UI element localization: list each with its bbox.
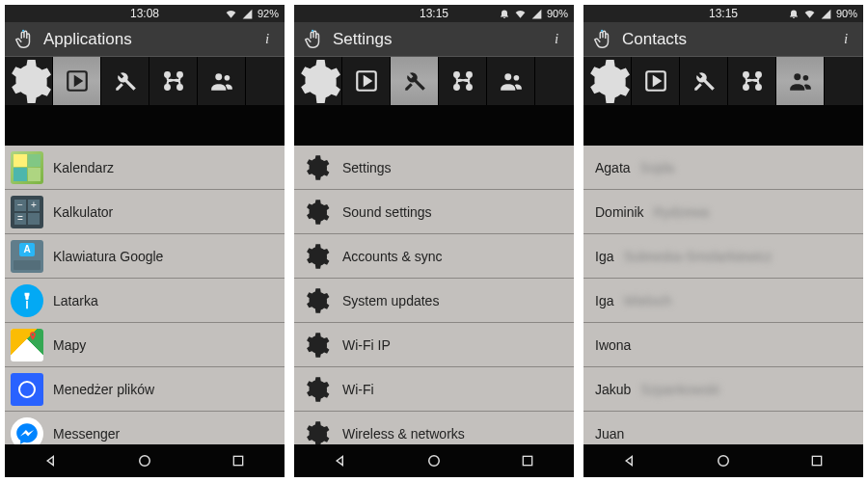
maps-icon bbox=[11, 329, 43, 362]
gear-icon bbox=[300, 373, 333, 406]
contact-name: Agata bbox=[595, 160, 631, 175]
list-item-label: Wi-Fi IP bbox=[342, 337, 391, 353]
list-item-label: Mapy bbox=[53, 337, 86, 353]
tab-settings-cog[interactable] bbox=[583, 57, 632, 105]
tab-connections[interactable] bbox=[728, 57, 776, 105]
signal-icon bbox=[241, 8, 254, 20]
list-item[interactable]: AgataSojda bbox=[583, 146, 863, 190]
gear-icon bbox=[300, 196, 333, 228]
list[interactable]: Kalendarz−+=KalkulatorAKlawiatura Google… bbox=[5, 146, 285, 444]
screen-applications: 13:0892%ApplicationsiKalendarz−+=Kalkula… bbox=[5, 5, 285, 477]
list-item-label: Kalendarz bbox=[53, 160, 114, 175]
tab-contacts[interactable] bbox=[487, 57, 535, 105]
title-bar: Applicationsi bbox=[5, 22, 285, 57]
list-item[interactable]: Juan bbox=[583, 412, 863, 444]
list-item[interactable]: Kalendarz bbox=[5, 146, 285, 190]
title-bar: Settingsi bbox=[294, 22, 574, 57]
tab-contacts[interactable] bbox=[776, 57, 825, 105]
svg-point-13 bbox=[467, 72, 472, 77]
list-item[interactable]: Iwona bbox=[583, 323, 863, 367]
tab-settings-cog[interactable] bbox=[5, 57, 53, 105]
app-logo-icon[interactable] bbox=[591, 28, 614, 51]
svg-point-16 bbox=[504, 73, 511, 80]
recent-button[interactable] bbox=[788, 446, 846, 475]
status-time: 13:15 bbox=[420, 7, 448, 20]
tab-settings-cog[interactable] bbox=[294, 57, 342, 105]
tab-tools[interactable] bbox=[101, 57, 149, 105]
list-item[interactable]: Wi-Fi IP bbox=[294, 323, 574, 367]
battery-text: 90% bbox=[836, 8, 857, 19]
list-item-label: Wireless & networks bbox=[342, 426, 465, 442]
list-item[interactable]: Accounts & sync bbox=[294, 234, 574, 279]
info-icon[interactable]: i bbox=[547, 30, 566, 49]
list-item-label: Settings bbox=[342, 160, 392, 175]
back-button[interactable] bbox=[312, 446, 369, 475]
tab-media[interactable] bbox=[632, 57, 680, 105]
page-title: Applications bbox=[43, 30, 250, 49]
list-item[interactable]: Settings bbox=[294, 146, 574, 190]
list-item[interactable]: IgaSulewska-Smolarkiewicz bbox=[583, 234, 863, 279]
list-item-label: Latarka bbox=[53, 293, 98, 308]
list-item[interactable]: Wi-Fi bbox=[294, 367, 574, 412]
list-item[interactable]: −+=Kalkulator bbox=[5, 190, 285, 234]
calendar-icon bbox=[11, 151, 43, 184]
list-item[interactable]: System updates bbox=[294, 279, 574, 323]
wifi-icon bbox=[514, 8, 527, 20]
files-icon bbox=[11, 373, 43, 406]
list-item-label: Menedżer plików bbox=[53, 382, 154, 397]
svg-point-22 bbox=[744, 72, 748, 77]
list-item[interactable]: Mapy bbox=[5, 323, 285, 367]
home-button[interactable] bbox=[694, 446, 752, 475]
svg-rect-9 bbox=[233, 456, 242, 465]
home-button[interactable] bbox=[116, 446, 174, 475]
tab-connections[interactable] bbox=[149, 57, 198, 105]
list-item[interactable]: Menedżer plików bbox=[5, 367, 285, 412]
list-item[interactable]: Messenger bbox=[5, 412, 285, 444]
list-item[interactable]: AKlawiatura Google bbox=[5, 234, 285, 279]
spacer bbox=[5, 105, 285, 146]
keyboard-icon: A bbox=[11, 240, 43, 273]
contact-surname: Szpankowski bbox=[640, 382, 719, 397]
wifi-icon bbox=[803, 8, 816, 20]
nav-bar bbox=[294, 444, 574, 477]
calc-icon: −+= bbox=[11, 196, 43, 228]
tab-connections[interactable] bbox=[439, 57, 487, 105]
list-item-label: Wi-Fi bbox=[342, 382, 374, 397]
info-icon[interactable]: i bbox=[836, 30, 855, 49]
tab-media[interactable] bbox=[53, 57, 101, 105]
list-item[interactable]: Sound settings bbox=[294, 190, 574, 234]
recent-button[interactable] bbox=[499, 446, 556, 475]
list-item[interactable]: DominikRydzewa bbox=[583, 190, 863, 234]
contact-surname: Rydzewa bbox=[654, 204, 710, 220]
back-button[interactable] bbox=[601, 446, 659, 475]
tab-media[interactable] bbox=[342, 57, 391, 105]
recent-button[interactable] bbox=[209, 446, 267, 475]
contact-name: Juan bbox=[595, 426, 624, 442]
list-item[interactable]: Wireless & networks bbox=[294, 412, 574, 444]
info-icon[interactable]: i bbox=[258, 30, 277, 49]
tab-contacts[interactable] bbox=[198, 57, 246, 105]
app-logo-icon[interactable] bbox=[13, 28, 36, 51]
list-item[interactable]: IgaWieloch bbox=[583, 279, 863, 323]
gear-icon bbox=[300, 240, 333, 273]
contact-name: Dominik bbox=[595, 204, 644, 220]
gear-icon bbox=[300, 417, 333, 445]
app-logo-icon[interactable] bbox=[302, 28, 325, 51]
list[interactable]: AgataSojdaDominikRydzewaIgaSulewska-Smol… bbox=[583, 146, 863, 444]
back-button[interactable] bbox=[22, 446, 80, 475]
list[interactable]: SettingsSound settingsAccounts & syncSys… bbox=[294, 146, 574, 444]
tab-bar bbox=[5, 57, 285, 105]
svg-point-14 bbox=[454, 85, 459, 90]
list-item-label: Klawiatura Google bbox=[53, 249, 163, 264]
tab-tools[interactable] bbox=[680, 57, 728, 105]
home-button[interactable] bbox=[405, 446, 463, 475]
list-item-label: Messenger bbox=[53, 426, 120, 442]
status-bar: 13:1590% bbox=[294, 5, 574, 22]
battery-text: 92% bbox=[258, 8, 279, 19]
contact-surname: Sojda bbox=[640, 160, 675, 175]
list-item[interactable]: Latarka bbox=[5, 279, 285, 323]
svg-point-18 bbox=[429, 456, 440, 467]
svg-point-23 bbox=[756, 72, 761, 77]
tab-tools[interactable] bbox=[391, 57, 439, 105]
list-item[interactable]: JakubSzpankowski bbox=[583, 367, 863, 412]
